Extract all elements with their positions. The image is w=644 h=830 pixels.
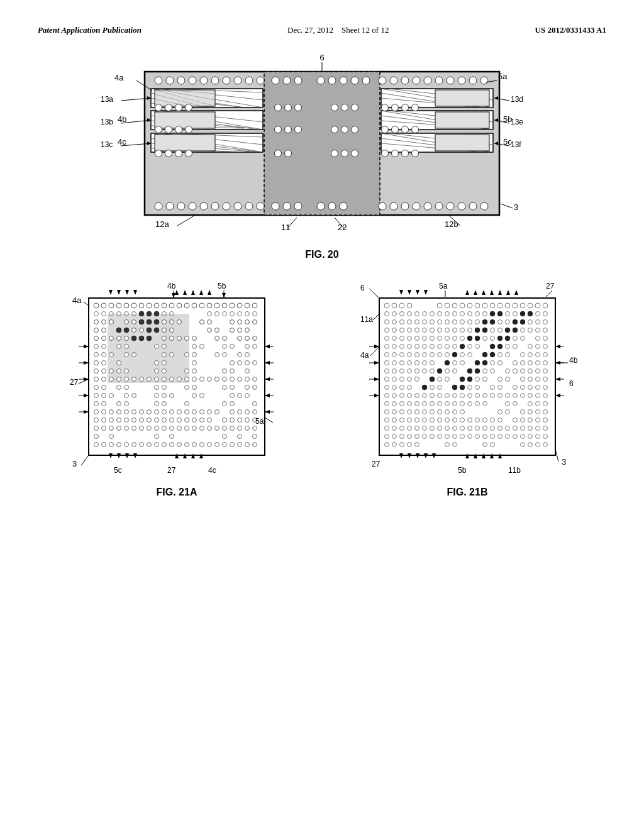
svg-point-59 (351, 77, 358, 84)
svg-point-386 (94, 394, 99, 398)
svg-marker-503 (172, 293, 175, 298)
svg-point-835 (445, 418, 450, 423)
svg-point-838 (468, 418, 472, 423)
svg-point-475 (155, 434, 159, 439)
svg-point-761 (475, 385, 480, 390)
svg-point-821 (498, 410, 502, 414)
svg-point-156 (285, 150, 292, 157)
svg-point-408 (253, 402, 257, 406)
svg-point-848 (385, 426, 389, 431)
label-4a-fig20: 4a (114, 73, 124, 82)
svg-point-592 (482, 328, 487, 333)
svg-point-888 (521, 434, 525, 439)
svg-point-670 (536, 336, 540, 341)
svg-point-327 (223, 353, 227, 357)
svg-point-385 (253, 385, 257, 390)
svg-point-474 (109, 434, 114, 439)
svg-point-218 (147, 303, 152, 308)
svg-point-569 (513, 319, 518, 324)
svg-point-482 (109, 443, 114, 447)
svg-point-879 (453, 434, 457, 439)
svg-point-163 (412, 150, 419, 157)
svg-point-873 (408, 434, 412, 439)
svg-point-140 (186, 126, 192, 133)
svg-point-586 (460, 385, 465, 390)
svg-point-783 (491, 394, 495, 398)
label-4c-21a: 4c (208, 466, 216, 475)
svg-point-367 (208, 377, 212, 382)
svg-point-740 (392, 377, 397, 382)
svg-point-795 (415, 402, 419, 406)
svg-point-772 (408, 394, 412, 398)
label-13f: 13f (511, 140, 521, 149)
label-4a-21a: 4a (72, 296, 82, 305)
svg-rect-98 (155, 135, 215, 151)
svg-point-159 (352, 150, 358, 157)
svg-point-222 (177, 303, 182, 308)
svg-point-313 (223, 345, 227, 349)
svg-point-491 (177, 443, 182, 447)
header-patent-number: US 2012/0331433 A1 (535, 25, 606, 35)
svg-point-258 (170, 320, 174, 324)
svg-point-760 (468, 385, 472, 390)
svg-point-658 (408, 336, 412, 341)
svg-point-440 (170, 418, 174, 423)
svg-point-567 (528, 311, 533, 316)
svg-point-554 (452, 303, 457, 308)
svg-point-721 (543, 361, 548, 365)
svg-point-246 (245, 312, 250, 316)
svg-point-309 (155, 345, 159, 349)
svg-point-476 (170, 434, 174, 439)
svg-point-489 (162, 443, 167, 447)
svg-point-579 (475, 360, 480, 365)
svg-line-546 (265, 418, 273, 423)
svg-point-145 (341, 126, 348, 133)
svg-marker-506 (109, 290, 113, 295)
svg-point-35 (177, 77, 185, 84)
svg-point-244 (230, 312, 235, 316)
svg-point-294 (154, 311, 159, 316)
svg-point-272 (208, 328, 212, 333)
svg-point-733 (506, 369, 510, 374)
svg-point-253 (132, 320, 136, 324)
svg-point-432 (109, 418, 114, 423)
svg-point-627 (445, 320, 450, 324)
svg-point-316 (253, 345, 257, 349)
svg-point-183 (413, 202, 420, 210)
svg-marker-919 (374, 361, 379, 365)
svg-point-178 (328, 202, 336, 210)
svg-point-836 (453, 418, 457, 423)
svg-point-226 (207, 303, 212, 308)
svg-point-364 (185, 377, 189, 382)
label-11: 11 (281, 223, 290, 232)
svg-point-732 (491, 369, 495, 374)
svg-point-347 (185, 369, 189, 374)
svg-point-451 (94, 426, 99, 431)
svg-point-173 (257, 202, 264, 210)
svg-point-297 (154, 319, 159, 324)
svg-point-484 (125, 443, 129, 447)
svg-point-743 (415, 377, 419, 382)
svg-point-500 (245, 443, 250, 447)
svg-point-227 (214, 303, 219, 308)
svg-line-944 (369, 289, 379, 298)
svg-point-647 (460, 328, 465, 333)
svg-point-736 (528, 369, 533, 374)
svg-point-753 (543, 377, 548, 382)
svg-point-380 (185, 385, 189, 390)
svg-point-871 (392, 434, 397, 439)
svg-point-33 (155, 77, 162, 84)
svg-point-842 (498, 418, 502, 423)
svg-point-883 (483, 434, 487, 439)
svg-point-823 (521, 410, 525, 414)
svg-point-160 (382, 150, 389, 157)
svg-point-182 (401, 202, 409, 210)
svg-rect-106 (435, 90, 489, 106)
svg-point-750 (521, 377, 525, 382)
svg-point-730 (453, 369, 457, 374)
svg-point-52 (480, 77, 488, 84)
svg-point-129 (295, 104, 302, 111)
svg-point-868 (536, 426, 540, 431)
svg-point-167 (189, 202, 196, 210)
svg-line-945 (373, 314, 379, 320)
